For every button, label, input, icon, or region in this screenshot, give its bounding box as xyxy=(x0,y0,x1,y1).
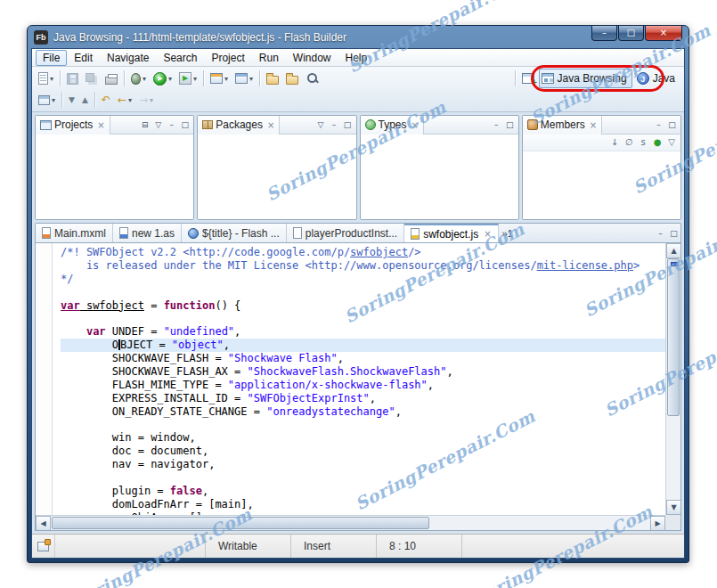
profile-button[interactable]: ▾ xyxy=(208,69,231,88)
export-release-button[interactable]: ▾ xyxy=(232,69,256,88)
code-line[interactable]: win = window, xyxy=(61,431,665,445)
open-console-button[interactable]: ▾ xyxy=(36,90,58,110)
forward-button[interactable]: → ▾ xyxy=(136,90,156,110)
members-tab[interactable]: Members × xyxy=(523,116,602,135)
java-browsing-perspective-button[interactable]: Java Browsing xyxy=(539,69,632,88)
code-area[interactable]: /*! SWFObject v2.2 <http://code.google.c… xyxy=(53,243,665,515)
code-line[interactable] xyxy=(61,286,665,299)
menu-run[interactable]: Run xyxy=(252,50,286,66)
members-content[interactable]: ↓ ∅ s ● ▽ xyxy=(523,135,680,219)
projects-tab[interactable]: Projects × xyxy=(36,116,110,135)
projects-content[interactable] xyxy=(36,135,193,219)
hide-static-icon[interactable]: s xyxy=(637,136,649,149)
save-button[interactable] xyxy=(64,69,81,88)
print-button[interactable] xyxy=(102,69,120,88)
tab-main-mxml[interactable]: Main.mxml xyxy=(36,224,113,242)
minimize-editor-button[interactable]: – xyxy=(654,227,667,240)
code-line[interactable]: doc = document, xyxy=(61,445,665,458)
minimize-view-button[interactable]: – xyxy=(490,118,503,131)
close-icon[interactable]: × xyxy=(411,120,419,130)
packages-content[interactable] xyxy=(198,135,355,219)
scroll-down-icon[interactable]: ▼ xyxy=(666,500,681,515)
menu-search[interactable]: Search xyxy=(156,50,204,66)
code-line[interactable]: EXPRESS_INSTALL_ID = "SWFObjectExprInst"… xyxy=(61,392,665,405)
vertical-scroll-thumb[interactable] xyxy=(667,258,680,416)
previous-annotation-button[interactable]: ▲ xyxy=(79,90,91,110)
new-wizard-button[interactable]: ▾ xyxy=(36,69,56,88)
maximize-view-button[interactable]: □ xyxy=(665,118,679,131)
scroll-left-icon[interactable]: ◀ xyxy=(36,516,51,531)
fast-view-icon[interactable] xyxy=(37,542,49,551)
debug-button[interactable]: ▾ xyxy=(128,69,149,88)
hide-nonpublic-icon[interactable]: ● xyxy=(651,136,664,149)
open-file-button[interactable] xyxy=(283,69,301,88)
code-line[interactable]: ON_READY_STATE_CHANGE = "onreadystatecha… xyxy=(61,405,665,419)
close-icon[interactable]: × xyxy=(97,120,104,130)
close-button[interactable]: × xyxy=(645,26,682,41)
code-line[interactable]: OBJECT = "object", xyxy=(61,339,665,352)
code-line[interactable]: */ xyxy=(61,273,665,286)
minimize-view-button[interactable]: – xyxy=(165,118,178,131)
code-line[interactable] xyxy=(61,419,665,432)
code-line[interactable]: SHOCKWAVE_FLASH_AX = "ShockwaveFlash.Sho… xyxy=(61,365,665,379)
code-line[interactable]: var UNDEF = "undefined", xyxy=(61,325,665,339)
back-button[interactable]: ← ▾ xyxy=(115,90,134,110)
tab-overflow-chevron[interactable]: »1 xyxy=(499,224,517,242)
title-bar[interactable]: Fb Java Browsing - 111/html-template/swf… xyxy=(28,26,688,48)
menu-file[interactable]: File xyxy=(36,50,67,66)
minimize-view-button[interactable]: – xyxy=(328,118,341,131)
sort-icon[interactable]: ↓ xyxy=(608,136,621,149)
scroll-up-icon[interactable]: ▲ xyxy=(666,243,681,258)
last-edit-location-button[interactable]: ↶ xyxy=(99,90,113,110)
open-resource-button[interactable] xyxy=(264,69,281,88)
tab-new-1-as[interactable]: new 1.as xyxy=(113,224,182,242)
code-line[interactable]: FLASH_MIME_TYPE = "application/x-shockwa… xyxy=(61,379,665,392)
code-line[interactable]: is released under the MIT License <http:… xyxy=(61,259,665,273)
packages-tab[interactable]: Packages × xyxy=(198,116,280,135)
tab-playerproductinst[interactable]: playerProductInst... xyxy=(287,224,404,242)
close-icon[interactable]: × xyxy=(590,120,597,130)
maximize-view-button[interactable]: □ xyxy=(503,118,517,131)
next-annotation-button[interactable]: ▼ xyxy=(66,90,77,110)
horizontal-scroll-thumb[interactable] xyxy=(52,517,429,529)
menu-navigate[interactable]: Navigate xyxy=(100,50,156,66)
code-line[interactable]: nav = navigator, xyxy=(61,458,665,471)
tab-title-flash[interactable]: ${title} - Flash ... xyxy=(182,224,287,242)
types-tab[interactable]: Types × xyxy=(361,116,424,135)
close-icon[interactable]: × xyxy=(484,229,491,239)
menu-project[interactable]: Project xyxy=(204,50,251,66)
view-menu-icon[interactable]: ▽ xyxy=(665,136,678,149)
annotation-ruler[interactable] xyxy=(36,243,53,515)
scroll-right-icon[interactable]: ▶ xyxy=(650,516,665,531)
run-button[interactable]: ▶ ▾ xyxy=(151,69,175,88)
maximize-button[interactable]: □ xyxy=(618,26,644,41)
code-line[interactable] xyxy=(61,471,665,485)
external-tools-button[interactable]: ▶ ▾ xyxy=(176,69,200,88)
filter-icon[interactable]: ∅ xyxy=(623,136,635,149)
types-content[interactable] xyxy=(361,135,518,219)
code-line[interactable] xyxy=(61,312,665,325)
code-line[interactable]: plugin = false, xyxy=(61,485,665,498)
close-icon[interactable]: × xyxy=(267,120,274,130)
menu-edit[interactable]: Edit xyxy=(67,50,100,66)
view-menu-icon[interactable]: ▽ xyxy=(314,118,328,131)
view-menu-icon[interactable]: ▽ xyxy=(151,118,165,131)
horizontal-scrollbar[interactable]: ◀ ▶ xyxy=(36,515,665,530)
minimize-view-button[interactable]: – xyxy=(652,118,665,131)
maximize-view-button[interactable]: □ xyxy=(341,118,354,131)
open-perspective-button[interactable] xyxy=(519,69,537,88)
minimize-button[interactable]: – xyxy=(591,26,617,41)
maximize-editor-button[interactable]: □ xyxy=(667,227,680,240)
collapse-all-icon[interactable]: ⊟ xyxy=(138,118,151,131)
maximize-view-button[interactable]: □ xyxy=(178,118,191,131)
search-button[interactable] xyxy=(303,69,322,88)
save-all-button[interactable] xyxy=(83,69,101,88)
code-line[interactable]: SHOCKWAVE_FLASH = "Shockwave Flash", xyxy=(61,352,665,365)
code-line[interactable]: domLoadFnArr = [main], xyxy=(61,498,665,511)
code-line[interactable]: /*! SWFObject v2.2 <http://code.google.c… xyxy=(61,246,665,259)
vertical-scrollbar[interactable]: ▲ ▼ xyxy=(665,243,680,515)
menu-help[interactable]: Help xyxy=(338,50,375,66)
code-line[interactable]: var swfobject = function() { xyxy=(61,299,665,313)
menu-window[interactable]: Window xyxy=(286,50,338,66)
overview-annotation-marker[interactable] xyxy=(671,262,678,266)
